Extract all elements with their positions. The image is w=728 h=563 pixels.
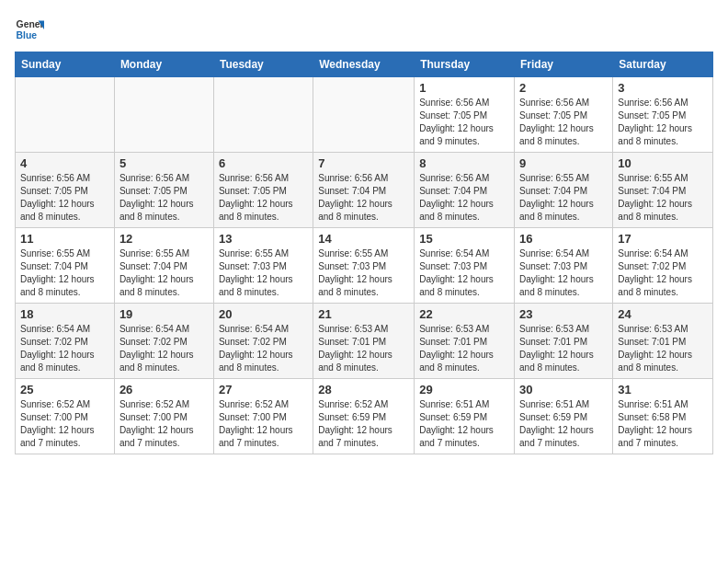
day-number: 28 xyxy=(318,383,409,396)
calendar-cell: 30Sunrise: 6:51 AM Sunset: 6:59 PM Dayli… xyxy=(515,379,613,454)
calendar-cell: 23Sunrise: 6:53 AM Sunset: 7:01 PM Dayli… xyxy=(515,304,613,379)
day-number: 14 xyxy=(318,232,409,246)
day-number: 31 xyxy=(618,383,708,396)
day-info: Sunrise: 6:55 AM Sunset: 7:03 PM Dayligh… xyxy=(219,247,308,299)
day-info: Sunrise: 6:53 AM Sunset: 7:01 PM Dayligh… xyxy=(618,323,708,374)
column-header-monday: Monday xyxy=(114,52,213,77)
svg-text:Blue: Blue xyxy=(17,30,38,40)
column-header-saturday: Saturday xyxy=(613,52,713,77)
calendar-cell: 17Sunrise: 6:54 AM Sunset: 7:02 PM Dayli… xyxy=(613,228,713,304)
day-number: 17 xyxy=(618,232,708,246)
day-number: 21 xyxy=(318,307,409,321)
day-number: 3 xyxy=(618,81,708,95)
day-number: 12 xyxy=(119,232,209,246)
day-info: Sunrise: 6:56 AM Sunset: 7:05 PM Dayligh… xyxy=(419,97,509,148)
calendar-cell: 5Sunrise: 6:56 AM Sunset: 7:05 PM Daylig… xyxy=(114,153,213,228)
calendar-cell: 3Sunrise: 6:56 AM Sunset: 7:05 PM Daylig… xyxy=(613,77,713,153)
day-info: Sunrise: 6:54 AM Sunset: 7:02 PM Dayligh… xyxy=(119,323,209,374)
calendar-cell xyxy=(16,77,115,153)
day-info: Sunrise: 6:56 AM Sunset: 7:05 PM Dayligh… xyxy=(119,172,209,224)
calendar-table: SundayMondayTuesdayWednesdayThursdayFrid… xyxy=(15,52,713,454)
day-info: Sunrise: 6:53 AM Sunset: 7:01 PM Dayligh… xyxy=(318,323,409,374)
day-info: Sunrise: 6:51 AM Sunset: 6:58 PM Dayligh… xyxy=(618,398,708,450)
day-info: Sunrise: 6:52 AM Sunset: 7:00 PM Dayligh… xyxy=(119,398,209,450)
day-info: Sunrise: 6:55 AM Sunset: 7:04 PM Dayligh… xyxy=(119,247,209,299)
calendar-cell: 16Sunrise: 6:54 AM Sunset: 7:03 PM Dayli… xyxy=(515,228,613,304)
calendar-week-row: 11Sunrise: 6:55 AM Sunset: 7:04 PM Dayli… xyxy=(16,228,713,304)
day-number: 25 xyxy=(20,383,109,396)
calendar-cell: 15Sunrise: 6:54 AM Sunset: 7:03 PM Dayli… xyxy=(415,228,515,304)
calendar-cell: 20Sunrise: 6:54 AM Sunset: 7:02 PM Dayli… xyxy=(213,304,313,379)
day-info: Sunrise: 6:55 AM Sunset: 7:03 PM Dayligh… xyxy=(318,247,409,299)
day-number: 27 xyxy=(219,383,308,396)
calendar-week-row: 1Sunrise: 6:56 AM Sunset: 7:05 PM Daylig… xyxy=(16,77,713,153)
day-info: Sunrise: 6:55 AM Sunset: 7:04 PM Dayligh… xyxy=(618,172,708,224)
day-info: Sunrise: 6:52 AM Sunset: 6:59 PM Dayligh… xyxy=(318,398,409,450)
day-number: 24 xyxy=(618,307,708,321)
day-number: 7 xyxy=(318,156,409,170)
day-number: 5 xyxy=(119,156,209,170)
calendar-cell: 10Sunrise: 6:55 AM Sunset: 7:04 PM Dayli… xyxy=(613,153,713,228)
calendar-cell: 9Sunrise: 6:55 AM Sunset: 7:04 PM Daylig… xyxy=(515,153,613,228)
day-info: Sunrise: 6:56 AM Sunset: 7:04 PM Dayligh… xyxy=(419,172,509,224)
day-number: 23 xyxy=(519,307,608,321)
column-header-sunday: Sunday xyxy=(16,52,115,77)
column-header-thursday: Thursday xyxy=(415,52,515,77)
calendar-cell: 7Sunrise: 6:56 AM Sunset: 7:04 PM Daylig… xyxy=(313,153,415,228)
day-number: 16 xyxy=(519,232,608,246)
day-number: 2 xyxy=(519,81,608,95)
calendar-cell: 18Sunrise: 6:54 AM Sunset: 7:02 PM Dayli… xyxy=(16,304,115,379)
calendar-cell: 31Sunrise: 6:51 AM Sunset: 6:58 PM Dayli… xyxy=(613,379,713,454)
day-number: 22 xyxy=(419,307,509,321)
day-info: Sunrise: 6:52 AM Sunset: 7:00 PM Dayligh… xyxy=(219,398,308,450)
day-info: Sunrise: 6:55 AM Sunset: 7:04 PM Dayligh… xyxy=(519,172,608,224)
day-number: 11 xyxy=(20,232,109,246)
calendar-cell: 1Sunrise: 6:56 AM Sunset: 7:05 PM Daylig… xyxy=(415,77,515,153)
column-header-wednesday: Wednesday xyxy=(313,52,415,77)
calendar-cell: 29Sunrise: 6:51 AM Sunset: 6:59 PM Dayli… xyxy=(415,379,515,454)
day-info: Sunrise: 6:56 AM Sunset: 7:05 PM Dayligh… xyxy=(219,172,308,224)
day-info: Sunrise: 6:54 AM Sunset: 7:02 PM Dayligh… xyxy=(20,323,109,374)
day-info: Sunrise: 6:54 AM Sunset: 7:03 PM Dayligh… xyxy=(419,247,509,299)
day-number: 18 xyxy=(20,307,109,321)
calendar-cell: 14Sunrise: 6:55 AM Sunset: 7:03 PM Dayli… xyxy=(313,228,415,304)
day-info: Sunrise: 6:53 AM Sunset: 7:01 PM Dayligh… xyxy=(519,323,608,374)
calendar-cell: 6Sunrise: 6:56 AM Sunset: 7:05 PM Daylig… xyxy=(213,153,313,228)
calendar-cell: 12Sunrise: 6:55 AM Sunset: 7:04 PM Dayli… xyxy=(114,228,213,304)
day-info: Sunrise: 6:56 AM Sunset: 7:05 PM Dayligh… xyxy=(519,97,608,148)
column-header-tuesday: Tuesday xyxy=(213,52,313,77)
day-number: 9 xyxy=(519,156,608,170)
day-number: 10 xyxy=(618,156,708,170)
day-info: Sunrise: 6:54 AM Sunset: 7:02 PM Dayligh… xyxy=(618,247,708,299)
day-number: 4 xyxy=(20,156,109,170)
calendar-week-row: 18Sunrise: 6:54 AM Sunset: 7:02 PM Dayli… xyxy=(16,304,713,379)
day-number: 13 xyxy=(219,232,308,246)
page-header: General Blue xyxy=(15,15,713,44)
day-number: 19 xyxy=(119,307,209,321)
logo-icon: General Blue xyxy=(15,15,44,44)
calendar-cell: 2Sunrise: 6:56 AM Sunset: 7:05 PM Daylig… xyxy=(515,77,613,153)
day-number: 26 xyxy=(119,383,209,396)
day-number: 30 xyxy=(519,383,608,396)
calendar-cell xyxy=(213,77,313,153)
day-number: 8 xyxy=(419,156,509,170)
day-number: 15 xyxy=(419,232,509,246)
day-info: Sunrise: 6:54 AM Sunset: 7:02 PM Dayligh… xyxy=(219,323,308,374)
calendar-cell: 27Sunrise: 6:52 AM Sunset: 7:00 PM Dayli… xyxy=(213,379,313,454)
day-number: 6 xyxy=(219,156,308,170)
calendar-cell: 21Sunrise: 6:53 AM Sunset: 7:01 PM Dayli… xyxy=(313,304,415,379)
calendar-cell: 26Sunrise: 6:52 AM Sunset: 7:00 PM Dayli… xyxy=(114,379,213,454)
calendar-cell: 19Sunrise: 6:54 AM Sunset: 7:02 PM Dayli… xyxy=(114,304,213,379)
day-info: Sunrise: 6:51 AM Sunset: 6:59 PM Dayligh… xyxy=(419,398,509,450)
calendar-cell: 25Sunrise: 6:52 AM Sunset: 7:00 PM Dayli… xyxy=(16,379,115,454)
day-number: 20 xyxy=(219,307,308,321)
calendar-cell: 24Sunrise: 6:53 AM Sunset: 7:01 PM Dayli… xyxy=(613,304,713,379)
day-info: Sunrise: 6:54 AM Sunset: 7:03 PM Dayligh… xyxy=(519,247,608,299)
calendar-cell: 22Sunrise: 6:53 AM Sunset: 7:01 PM Dayli… xyxy=(415,304,515,379)
day-info: Sunrise: 6:55 AM Sunset: 7:04 PM Dayligh… xyxy=(20,247,109,299)
day-number: 29 xyxy=(419,383,509,396)
day-info: Sunrise: 6:56 AM Sunset: 7:05 PM Dayligh… xyxy=(618,97,708,148)
calendar-cell: 4Sunrise: 6:56 AM Sunset: 7:05 PM Daylig… xyxy=(16,153,115,228)
day-info: Sunrise: 6:52 AM Sunset: 7:00 PM Dayligh… xyxy=(20,398,109,450)
column-header-friday: Friday xyxy=(515,52,613,77)
